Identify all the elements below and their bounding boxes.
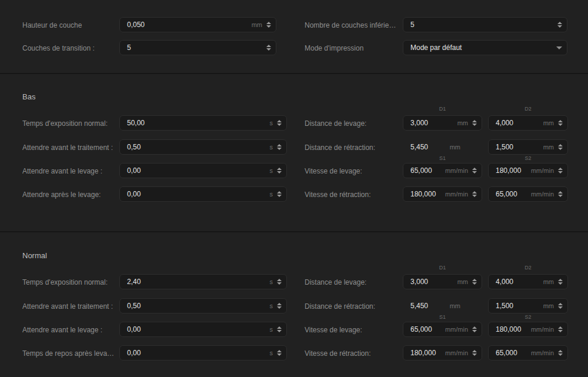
field-value: 0,50 — [127, 143, 270, 151]
stepper-icon[interactable] — [277, 191, 282, 197]
field-value: 0,00 — [127, 349, 270, 357]
stepper-icon[interactable] — [277, 144, 282, 150]
field-value: 0,00 — [127, 166, 270, 175]
stepper-icon[interactable] — [558, 279, 563, 285]
transition-layers-input[interactable]: 5 — [119, 40, 276, 55]
field-value: 0,00 — [127, 190, 270, 198]
normal-retract-distance-label: Distance de rétraction: — [305, 302, 400, 311]
unit-label: s — [270, 349, 273, 356]
normal-lift-distance-d2-input[interactable]: 4,000 mm — [488, 274, 568, 289]
field-value: 65,000 — [496, 190, 531, 198]
unit-label: mm/min — [531, 191, 554, 198]
unit-label: mm — [450, 302, 460, 309]
stepper-icon[interactable] — [277, 326, 282, 332]
stepper-icon[interactable] — [472, 326, 477, 332]
unit-label: mm/min — [445, 167, 468, 174]
col-header-d1: D1 — [403, 265, 482, 271]
stepper-icon[interactable] — [558, 168, 563, 174]
bottom-wait-after-lift-input[interactable]: 0,00 s — [119, 186, 287, 202]
bottom-wait-before-lift-label: Attendre avant le levage : — [22, 167, 116, 175]
field-value: 3,000 — [410, 278, 457, 286]
unit-label: s — [270, 191, 273, 198]
layer-height-label: Hauteur de couche — [22, 21, 116, 29]
normal-lift-speed-s2-input[interactable]: 180,000 mm/min — [488, 322, 568, 337]
field-value: 50,00 — [127, 119, 270, 127]
normal-lift-speed-s1-input[interactable]: 65,000 mm/min — [403, 322, 482, 337]
stepper-icon[interactable] — [277, 279, 282, 285]
stepper-icon[interactable] — [472, 191, 477, 197]
unit-label: s — [270, 144, 273, 151]
bottom-retract-distance-d1-value: 5,450 mm — [403, 139, 482, 155]
unit-label: mm/min — [531, 167, 554, 174]
normal-retract-distance-d1-value: 5,450 mm — [403, 298, 482, 313]
normal-exposure-time-label: Temps d'exposition normal: — [22, 278, 116, 286]
normal-retract-speed-label: Vitesse de rétraction: — [305, 349, 400, 358]
bottom-wait-before-cure-input[interactable]: 0,50 s — [119, 139, 287, 155]
unit-label: mm — [543, 144, 554, 151]
field-value: 180,000 — [496, 166, 531, 175]
field-value: 65,000 — [496, 349, 531, 357]
unit-label: s — [270, 326, 273, 333]
normal-wait-before-cure-input[interactable]: 0,50 s — [119, 298, 287, 313]
normal-wait-before-cure-label: Attendre avant le traitement : — [22, 302, 116, 311]
transition-layers-label: Couches de transition : — [22, 44, 116, 52]
bottom-lift-distance-d2-input[interactable]: 4,000 mm — [488, 115, 568, 131]
bottom-lift-distance-label: Distance de levage: — [305, 119, 400, 128]
bottom-wait-after-lift-label: Attendre après le levage: — [22, 191, 116, 199]
unit-label: mm/min — [445, 326, 468, 333]
unit-label: s — [270, 302, 273, 309]
bottom-retract-speed-s2-input[interactable]: 65,000 mm/min — [488, 186, 568, 202]
field-value: 0,00 — [127, 325, 270, 333]
col-header-s1: S1 — [403, 155, 482, 161]
bottom-lift-speed-s2-input[interactable]: 180,000 mm/min — [488, 163, 568, 178]
normal-retract-speed-s1-input[interactable]: 180,000 mm/min — [403, 345, 482, 361]
print-mode-select[interactable]: Mode par défaut — [403, 40, 567, 55]
section-title-bas: Bas — [22, 92, 35, 101]
stepper-icon[interactable] — [277, 350, 282, 356]
unit-label: s — [270, 278, 273, 285]
stepper-icon[interactable] — [266, 22, 271, 28]
normal-lift-speed-label: Vitesse de levage: — [305, 326, 400, 334]
stepper-icon[interactable] — [472, 279, 477, 285]
unit-label: s — [270, 119, 273, 126]
stepper-icon[interactable] — [558, 326, 563, 332]
field-value: 5,450 — [410, 143, 450, 151]
stepper-icon[interactable] — [558, 144, 563, 150]
bottom-exposure-time-input[interactable]: 50,00 s — [119, 115, 287, 131]
normal-retract-distance-d2-input[interactable]: 1,500 mm — [488, 298, 568, 313]
field-value: 4,000 — [496, 119, 543, 127]
stepper-icon[interactable] — [472, 350, 477, 356]
normal-exposure-time-input[interactable]: 2,40 s — [119, 274, 287, 289]
stepper-icon[interactable] — [558, 350, 563, 356]
bottom-retract-distance-d2-input[interactable]: 1,500 mm — [488, 139, 568, 155]
normal-lift-distance-d1-input[interactable]: 3,000 mm — [403, 274, 482, 289]
col-header-d2: D2 — [488, 106, 568, 112]
normal-retract-speed-s2-input[interactable]: 65,000 mm/min — [488, 345, 568, 361]
stepper-icon[interactable] — [558, 191, 563, 197]
stepper-icon[interactable] — [277, 168, 282, 174]
stepper-icon[interactable] — [557, 22, 562, 28]
bottom-retract-speed-s1-input[interactable]: 180,000 mm/min — [403, 186, 482, 202]
stepper-icon[interactable] — [558, 120, 563, 126]
bottom-wait-before-cure-label: Attendre avant le traitement : — [22, 144, 116, 152]
stepper-icon[interactable] — [277, 303, 282, 309]
print-mode-value: Mode par défaut — [410, 44, 556, 52]
stepper-icon[interactable] — [472, 168, 477, 174]
layer-height-input[interactable]: 0,050 mm — [119, 17, 276, 32]
bottom-lift-speed-label: Vitesse de levage: — [305, 167, 400, 175]
stepper-icon[interactable] — [277, 120, 282, 126]
normal-rest-after-lift-input[interactable]: 0,00 s — [119, 345, 287, 361]
normal-wait-before-lift-label: Attendre avant le levage : — [22, 326, 116, 334]
unit-label: mm/min — [531, 326, 554, 333]
bottom-wait-before-lift-input[interactable]: 0,00 s — [119, 163, 287, 178]
bottom-layers-input[interactable]: 5 — [403, 17, 567, 32]
stepper-icon[interactable] — [472, 120, 477, 126]
bottom-lift-speed-s1-input[interactable]: 65,000 mm/min — [403, 163, 482, 178]
bottom-layers-value: 5 — [410, 21, 557, 29]
unit-label: s — [270, 167, 273, 174]
field-value: 65,000 — [410, 325, 445, 333]
normal-wait-before-lift-input[interactable]: 0,00 s — [119, 322, 287, 337]
stepper-icon[interactable] — [558, 303, 563, 309]
stepper-icon[interactable] — [266, 45, 271, 51]
bottom-lift-distance-d1-input[interactable]: 3,000 mm — [403, 115, 482, 131]
